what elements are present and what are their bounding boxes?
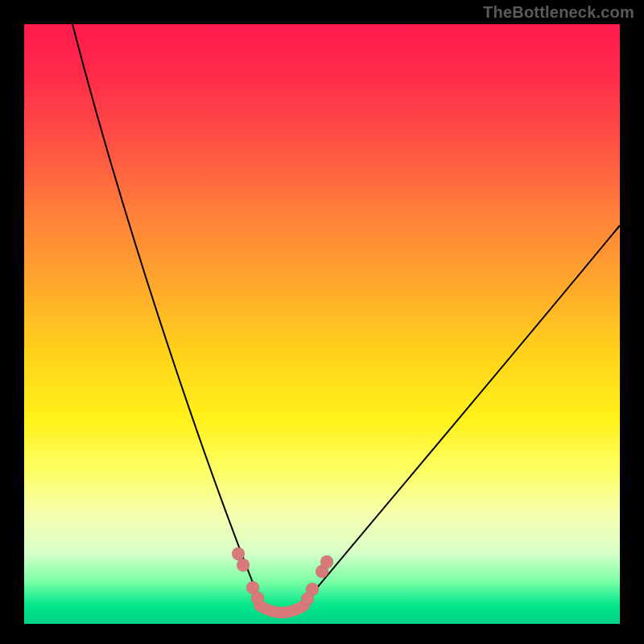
curve-left-branch <box>72 24 262 607</box>
bottleneck-curve <box>24 24 620 624</box>
svg-point-1 <box>237 559 250 572</box>
curve-trough <box>259 605 304 613</box>
svg-point-5 <box>301 592 314 605</box>
bead-cluster-left <box>232 547 264 605</box>
watermark-text: TheBottleneck.com <box>483 3 634 22</box>
svg-point-0 <box>232 547 245 560</box>
svg-point-7 <box>320 555 333 568</box>
bead-cluster-right <box>301 555 333 605</box>
curve-right-branch <box>301 225 620 607</box>
plot-area <box>24 24 620 624</box>
svg-point-3 <box>251 592 264 605</box>
